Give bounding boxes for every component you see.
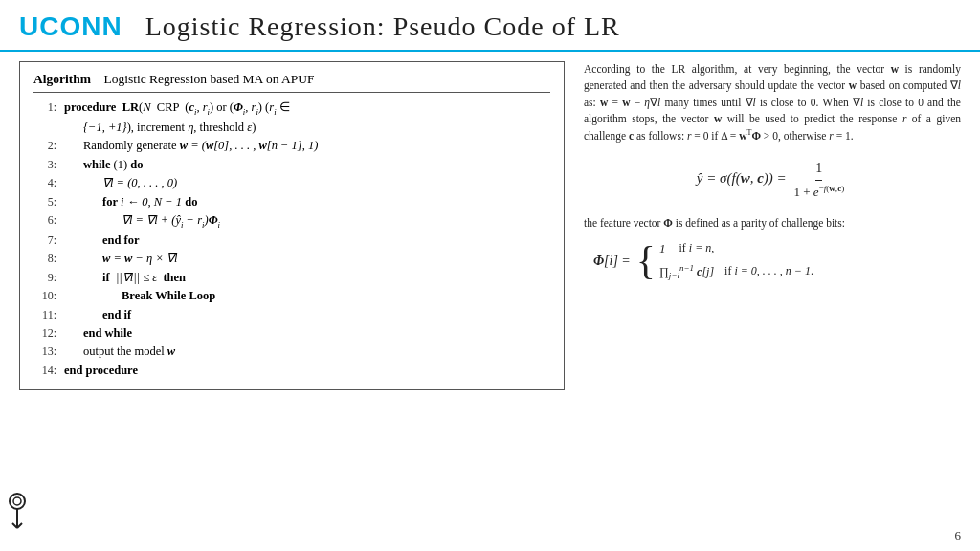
line-content-5: for i ← 0, N − 1 do <box>64 193 550 211</box>
line-num-8: 8: <box>33 250 56 268</box>
main-content: Algorithm Logistic Regression based MA o… <box>0 52 980 538</box>
logo-text: UCONN <box>19 11 122 41</box>
algo-line-1b: {−1, +1}), increment η, threshold ε) <box>33 119 550 137</box>
bottom-left-decoration <box>8 490 36 534</box>
algo-line-10: 10: Break While Loop <box>33 287 550 305</box>
line-content-2: Randomly generate w = (w[0], . . . , w[n… <box>64 137 550 155</box>
algo-line-11: 11: end if <box>33 306 550 324</box>
line-content-14: end procedure <box>64 362 550 380</box>
algo-line-14: 14: end procedure <box>33 362 550 380</box>
svg-point-0 <box>10 494 25 509</box>
line-content-6: ∇l = ∇l + (ŷi − ri)Φi <box>64 211 550 231</box>
line-num-4: 4: <box>33 174 56 192</box>
algo-line-1: 1: procedure LR(N CRP (ci, ri) or (Φi, r… <box>33 99 550 119</box>
svg-point-1 <box>13 497 21 505</box>
line-content-8: w = w − η × ∇l <box>64 250 550 268</box>
algo-line-3: 3: while (1) do <box>33 156 550 174</box>
fraction-numerator: 1 <box>815 158 822 181</box>
line-num-11: 11: <box>33 306 56 324</box>
line-num-13: 13: <box>33 342 56 361</box>
line-content-10: Break While Loop <box>64 287 550 305</box>
page-number: 6 <box>955 528 962 543</box>
piecewise-case-2: ∏j=in−1 c[j] if i = 0, . . . , n − 1. <box>659 262 813 283</box>
page-title: Logistic Regression: Pseudo Code of LR <box>145 11 620 42</box>
piecewise-formula: Φ[i] = { 1 if i = n, ∏j=in−1 c[j] if i =… <box>593 239 961 282</box>
line-num-1: 1: <box>33 99 56 117</box>
line-num-5: 5: <box>33 193 56 211</box>
algo-line-2: 2: Randomly generate w = (w[0], . . . , … <box>33 137 550 155</box>
line-num-3: 3: <box>33 156 56 174</box>
line-content-13: output the model w <box>64 342 550 361</box>
algo-line-6: 6: ∇l = ∇l + (ŷi − ri)Φi <box>33 211 550 231</box>
explanation-para2: the feature vector Φ is defined as a par… <box>584 215 961 231</box>
algo-line-7: 7: end for <box>33 231 550 250</box>
line-num-7: 7: <box>33 231 56 250</box>
algo-line-4: 4: ∇l = (0, . . . , 0) <box>33 174 550 192</box>
algo-line-9: 9: if ||∇l|| ≤ ε then <box>33 269 550 287</box>
line-num-9: 9: <box>33 269 56 287</box>
main-formula: ŷ = σ(f(w, c)) = 1 1 + e−f(w,c) <box>584 158 961 202</box>
fraction-denominator: 1 + e−f(w,c) <box>793 181 844 202</box>
line-num-14: 14: <box>33 362 56 380</box>
left-column: Algorithm Logistic Regression based MA o… <box>19 61 574 528</box>
line-content-12: end while <box>64 324 550 342</box>
algo-line-5: 5: for i ← 0, N − 1 do <box>33 193 550 211</box>
algo-line-13: 13: output the model w <box>33 342 550 361</box>
line-content-4: ∇l = (0, . . . , 0) <box>64 174 550 192</box>
algorithm-box: Algorithm Logistic Regression based MA o… <box>19 61 565 390</box>
algo-header: Algorithm Logistic Regression based MA o… <box>33 72 550 93</box>
right-column: According to the LR algorithm, at very b… <box>574 61 961 528</box>
line-content-11: end if <box>64 306 550 324</box>
fraction-display: 1 1 + e−f(w,c) <box>793 158 844 202</box>
explanation-para1: According to the LR algorithm, at very b… <box>584 61 961 144</box>
line-num-2: 2: <box>33 137 56 155</box>
header: UCONN Logistic Regression: Pseudo Code o… <box>0 0 980 52</box>
algo-line-12: 12: end while <box>33 324 550 342</box>
algo-title: Logistic Regression based MA on APUF <box>104 72 315 86</box>
line-content-1b: {−1, +1}), increment η, threshold ε) <box>64 119 550 137</box>
piecewise-cases: 1 if i = n, ∏j=in−1 c[j] if i = 0, . . .… <box>659 239 813 282</box>
line-num-6: 6: <box>33 211 56 230</box>
algo-line-8: 8: w = w − η × ∇l <box>33 250 550 268</box>
line-content-1: procedure LR(N CRP (ci, ri) or (Φi, ri) … <box>64 99 550 119</box>
line-content-3: while (1) do <box>64 156 550 174</box>
uconn-logo: UCONN <box>19 11 122 42</box>
line-num-10: 10: <box>33 287 56 305</box>
uconn-bottom-icon <box>8 490 36 530</box>
algo-lines: 1: procedure LR(N CRP (ci, ri) or (Φi, r… <box>33 99 550 380</box>
line-num-12: 12: <box>33 324 56 342</box>
line-content-9: if ||∇l|| ≤ ε then <box>64 269 550 287</box>
algo-keyword: Algorithm <box>33 72 91 86</box>
line-content-7: end for <box>64 231 550 250</box>
piecewise-case-1: 1 if i = n, <box>659 239 813 258</box>
